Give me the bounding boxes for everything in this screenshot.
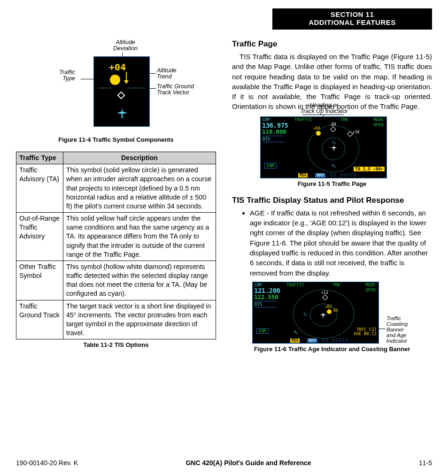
section-line2: ADDITIONAL FEATURES bbox=[272, 18, 432, 26]
annot-ground-track: Traffic GroundTrack Vector bbox=[157, 84, 204, 96]
table-row: Other Traffic SymbolThis symbol (hollow … bbox=[16, 261, 216, 300]
annot-heading-trackup: Heading orTrack Up Indicator bbox=[296, 102, 352, 115]
traffic-symbol-display: +04 bbox=[93, 56, 150, 127]
enr-label: ENR bbox=[264, 163, 277, 169]
section-banner: SECTION 11 ADDITIONAL FEATURES bbox=[272, 8, 432, 30]
table-row: Traffic Ground TrackThe target track vec… bbox=[16, 300, 216, 339]
figure-11-6-caption: Figure 11-6 Traffic Age Indicator and Co… bbox=[232, 345, 432, 353]
left-column: AltitudeDeviation TrafficType AltitudeTr… bbox=[16, 39, 216, 361]
dis-label: DIS bbox=[263, 136, 284, 142]
ownship-icon bbox=[330, 144, 338, 153]
annot-coasting-banner: TrafficCoastingBannerand AgeIndicator bbox=[386, 315, 419, 344]
traffic-advisory-icon bbox=[110, 75, 120, 85]
figure-11-4: AltitudeDeviation TrafficType AltitudeTr… bbox=[16, 39, 216, 133]
altitude-deviation-value: +04 bbox=[109, 61, 126, 73]
freq-standby: 122.550 bbox=[254, 293, 278, 300]
traffic-page-display: COM 136.975 118.000 DIS ENR TRAFFIC TRK … bbox=[260, 116, 387, 178]
footer-revision: 190-00140-20 Rev. K bbox=[16, 459, 78, 467]
enr-label: ENR bbox=[256, 328, 269, 334]
section-line1: SECTION 11 bbox=[272, 10, 432, 18]
lbl-trk: TRK bbox=[340, 117, 348, 122]
figure-11-5: Heading orTrack Up Indicator COM 136.975… bbox=[260, 116, 401, 178]
th-description: Description bbox=[63, 152, 216, 164]
ownship-icon bbox=[319, 311, 327, 320]
figure-11-6: COM 121.200 122.550 DIS ENR TRAFFIC TRK … bbox=[252, 282, 412, 344]
heading-tis-status: TIS Traffic Display Status and Pilot Res… bbox=[232, 196, 432, 205]
traffic-age-display: COM 121.200 122.550 DIS ENR TRAFFIC TRK … bbox=[252, 282, 379, 344]
footer-title: GNC 420(A) Pilot's Guide and Reference bbox=[185, 459, 311, 467]
page-dots-icon: ▯▯ ▯▯▯▯▯ bbox=[330, 172, 356, 177]
tis-options-table: Traffic Type Description Traffic Advisor… bbox=[16, 152, 216, 339]
bullet-age: AGE - If traffic data is not refreshed w… bbox=[250, 208, 432, 278]
page-footer: 190-00140-20 Rev. K GNC 420(A) Pilot's G… bbox=[16, 459, 432, 467]
freq-standby: 118.000 bbox=[262, 128, 286, 135]
ta-target-icon bbox=[327, 309, 332, 314]
ta-target-icon bbox=[316, 131, 321, 136]
figure-11-4-caption: Figure 11-4 Traffic Symbol Components bbox=[16, 136, 216, 143]
lbl-mode: MODE bbox=[373, 117, 384, 122]
other-traffic-icon bbox=[117, 92, 125, 100]
footer-page-number: 11-5 bbox=[419, 459, 432, 467]
table-row: Out-of-Range Traffic AdvisoryThis solid … bbox=[16, 213, 216, 261]
ta-banner: TA 1.5 -04↑ bbox=[354, 167, 385, 171]
annot-traffic-type: TrafficType bbox=[47, 69, 75, 82]
lbl-oper: OPER bbox=[373, 123, 384, 127]
right-column: Traffic Page TIS Traffic data is display… bbox=[232, 39, 432, 361]
figure-11-5-caption: Figure 11-5 Traffic Page bbox=[232, 180, 432, 187]
altitude-trend-arrow-icon bbox=[123, 72, 130, 85]
msg-annunciator: MSG bbox=[298, 173, 308, 177]
heading-traffic-page: Traffic Page bbox=[232, 39, 432, 49]
th-traffic-type: Traffic Type bbox=[16, 152, 63, 164]
table-row: Traffic Advisory (TA)This symbol (solid … bbox=[16, 164, 216, 213]
annot-alt-dev: AltitudeDeviation bbox=[109, 39, 142, 52]
ownship-icon bbox=[116, 107, 129, 120]
page-dots-icon: ▯▯ ▯▯▯▯▯ bbox=[322, 337, 348, 342]
table-11-2-caption: Table 11-2 TIS Options bbox=[16, 341, 216, 348]
dis-label: DIS bbox=[255, 301, 276, 307]
annot-alt-trend: AltitudeTrend bbox=[157, 68, 190, 80]
lbl-traffic: TRAFFIC bbox=[294, 117, 312, 122]
nav-label: NAV bbox=[315, 173, 325, 177]
